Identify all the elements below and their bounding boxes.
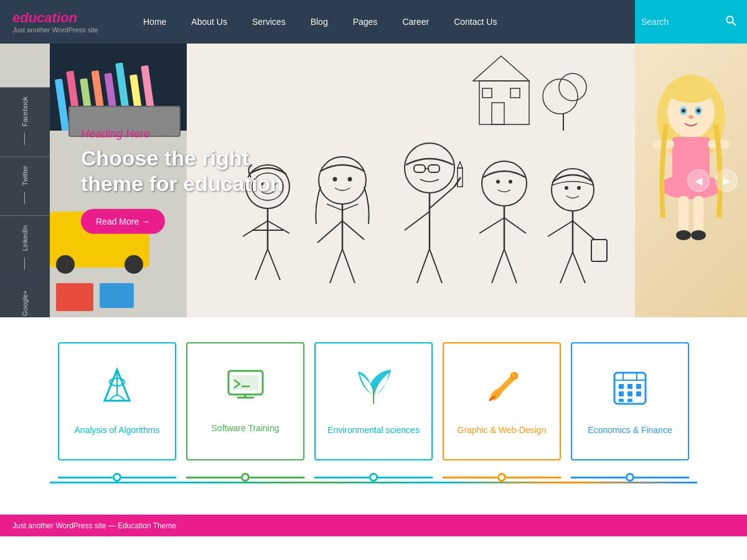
social-googleplus[interactable]: Google+	[0, 281, 50, 317]
svg-point-44	[691, 230, 706, 240]
timeline-line-4b	[506, 477, 561, 478]
timeline-line-4a	[443, 477, 497, 478]
economics-label: Economics & Finance	[588, 424, 672, 437]
timeline-line-2b	[250, 477, 304, 478]
environmental-label: Environmental sciences	[327, 424, 420, 437]
svg-rect-41	[679, 196, 688, 233]
economics-icon	[611, 366, 649, 414]
environmental-icon	[355, 366, 392, 414]
slider-prev-button[interactable]: ◀	[687, 169, 710, 192]
facebook-label: Facebook	[21, 96, 29, 126]
services-section: Analysis of Algorithms Software Training	[0, 317, 747, 473]
svg-rect-59	[636, 391, 641, 396]
social-linkedin[interactable]: LinkedIn	[0, 216, 50, 281]
hero-heading-large: Choose the righttheme for education	[81, 146, 283, 197]
timeline-dot-4	[497, 473, 506, 482]
nav-career[interactable]: Career	[390, 0, 441, 44]
hero-text-block: Heading Here Choose the righttheme for e…	[81, 128, 283, 234]
stamp-blue	[100, 283, 134, 308]
service-card-environmental[interactable]: Environmental sciences	[314, 342, 433, 460]
search-area	[635, 0, 747, 44]
social-facebook[interactable]: Facebook	[0, 87, 50, 156]
timeline-segment-3	[314, 473, 433, 482]
toy-car-wheel-right	[125, 255, 143, 274]
timeline-line-3a	[314, 477, 369, 478]
search-input[interactable]	[641, 17, 722, 27]
svg-point-36	[688, 115, 693, 119]
svg-rect-61	[627, 399, 632, 402]
svg-point-19	[565, 186, 568, 190]
slider-next-button[interactable]: ▶	[715, 169, 738, 192]
social-twitter[interactable]: Twitter	[0, 156, 50, 215]
svg-rect-60	[619, 399, 624, 402]
svg-rect-56	[636, 384, 641, 389]
toy-car-wheel-left	[56, 255, 75, 274]
spacer	[0, 483, 747, 515]
svg-line-1	[733, 22, 736, 26]
site-title[interactable]: education	[12, 10, 112, 26]
logo-area: education Just another WordPress site	[0, 0, 125, 44]
svg-point-20	[577, 186, 581, 190]
social-sidebar: Facebook Twitter LinkedIn Google+	[0, 87, 50, 317]
nav-contact[interactable]: Contact Us	[441, 0, 509, 44]
nav-blog[interactable]: Blog	[298, 0, 341, 44]
svg-point-35	[697, 109, 700, 113]
graphic-icon	[483, 366, 520, 414]
stamp-red	[56, 283, 93, 311]
timeline-line-1a	[58, 477, 113, 478]
search-icon	[725, 15, 736, 26]
svg-point-43	[676, 230, 691, 240]
timeline-row	[0, 473, 747, 482]
timeline-dot-5	[626, 473, 634, 482]
timeline-segment-5	[571, 473, 689, 482]
svg-rect-55	[627, 384, 632, 389]
googleplus-label: Google+	[21, 290, 29, 316]
timeline-line-3b	[378, 477, 433, 478]
footer-text: Just another WordPress site — Education …	[12, 521, 176, 530]
hero-section: Facebook Twitter LinkedIn Google+	[0, 44, 747, 317]
footer-strip: Just another WordPress site — Education …	[0, 515, 747, 536]
header: education Just another WordPress site Ho…	[0, 0, 747, 44]
services-grid: Analysis of Algorithms Software Training	[50, 342, 697, 460]
timeline-dot-1	[113, 473, 121, 482]
timeline-segment-4	[443, 473, 561, 482]
svg-point-17	[509, 180, 512, 184]
search-button[interactable]	[722, 12, 740, 32]
svg-point-0	[726, 16, 733, 23]
svg-point-34	[682, 109, 685, 113]
svg-point-16	[496, 180, 500, 184]
timeline-segment-2	[186, 473, 304, 482]
hero-heading-small: Heading Here	[81, 128, 283, 141]
svg-rect-48	[233, 375, 258, 390]
site-subtitle: Just another WordPress site	[12, 26, 112, 34]
timeline-line-2a	[186, 477, 241, 478]
svg-point-31	[666, 78, 716, 103]
service-card-algorithms[interactable]: Analysis of Algorithms	[58, 342, 176, 460]
svg-rect-57	[619, 391, 624, 396]
twitter-dash	[25, 192, 26, 205]
service-card-graphic[interactable]: Graphic & Web-Design	[443, 342, 561, 460]
svg-rect-58	[627, 391, 632, 396]
facebook-dash	[25, 133, 26, 145]
service-card-software[interactable]: Software Training	[186, 342, 304, 460]
main-nav: Home About Us Services Blog Pages Career…	[125, 0, 635, 44]
timeline-dot-3	[369, 473, 378, 482]
service-card-economics[interactable]: Economics & Finance	[571, 342, 689, 460]
nav-about[interactable]: About Us	[179, 0, 240, 44]
nav-pages[interactable]: Pages	[341, 0, 390, 44]
svg-point-9	[348, 177, 352, 182]
hero-cta-button[interactable]: Read More →	[81, 208, 165, 233]
svg-rect-42	[693, 196, 703, 233]
timeline-line-5b	[634, 477, 689, 478]
algorithms-label: Analysis of Algorithms	[75, 424, 160, 437]
svg-rect-54	[619, 384, 624, 389]
software-icon	[225, 368, 266, 413]
graphic-label: Graphic & Web-Design	[458, 424, 547, 437]
linkedin-dash	[25, 257, 26, 269]
nav-home[interactable]: Home	[131, 0, 179, 44]
software-label: Software Training	[212, 422, 280, 435]
algorithms-icon	[98, 366, 136, 414]
nav-services[interactable]: Services	[240, 0, 298, 44]
timeline-line-1b	[121, 477, 176, 478]
twitter-label: Twitter	[21, 166, 29, 185]
